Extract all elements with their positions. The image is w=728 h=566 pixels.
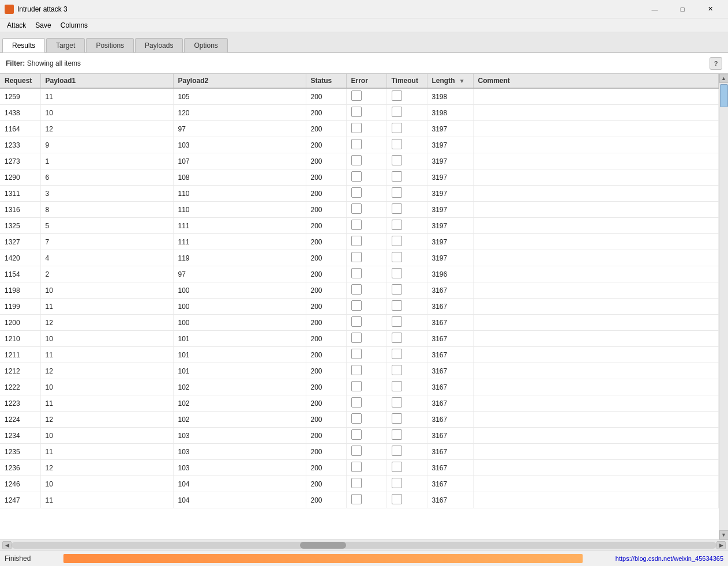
table-row[interactable]: 1224121022003167	[0, 412, 719, 428]
table-row[interactable]: 131681102003197	[0, 202, 719, 218]
checkbox-error[interactable]	[351, 284, 362, 295]
checkbox-timeout[interactable]	[392, 252, 402, 262]
checkbox-error[interactable]	[351, 333, 362, 343]
table-row[interactable]: 142041192003197	[0, 250, 719, 266]
menu-columns[interactable]: Columns	[56, 20, 92, 31]
table-row[interactable]: 1210101012003167	[0, 331, 719, 347]
checkbox-error[interactable]	[351, 494, 362, 504]
checkbox-error[interactable]	[351, 300, 362, 311]
table-row[interactable]: 1199111002003167	[0, 299, 719, 315]
checkbox-error[interactable]	[351, 187, 362, 198]
help-button[interactable]: ?	[710, 57, 722, 70]
checkbox-error[interactable]	[351, 429, 362, 440]
checkbox-timeout[interactable]	[392, 300, 402, 311]
checkbox-error[interactable]	[351, 155, 362, 165]
checkbox-timeout[interactable]	[392, 171, 402, 182]
table-row[interactable]: 1234101032003167	[0, 428, 719, 444]
tab-target[interactable]: Target	[46, 38, 85, 52]
checkbox-timeout[interactable]	[392, 478, 402, 488]
checkbox-error[interactable]	[351, 397, 362, 407]
checkbox-timeout[interactable]	[392, 203, 402, 214]
checkbox-error[interactable]	[351, 236, 362, 246]
checkbox-timeout[interactable]	[392, 397, 402, 407]
checkbox-error[interactable]	[351, 446, 362, 456]
scroll-up-button[interactable]: ▲	[719, 74, 729, 83]
checkbox-timeout[interactable]	[392, 139, 402, 149]
scroll-down-button[interactable]: ▼	[719, 530, 729, 539]
table-row[interactable]: 127311072003197	[0, 153, 719, 169]
table-row[interactable]: 1236121032003167	[0, 460, 719, 476]
table-row[interactable]: 132771112003197	[0, 234, 719, 250]
h-scroll-thumb[interactable]	[300, 542, 346, 549]
checkbox-timeout[interactable]	[392, 220, 402, 230]
checkbox-error[interactable]	[351, 349, 362, 359]
menu-attack[interactable]: Attack	[2, 20, 31, 31]
table-row[interactable]: 1200121002003167	[0, 315, 719, 331]
checkbox-error[interactable]	[351, 316, 362, 327]
scroll-thumb[interactable]	[720, 84, 728, 107]
checkbox-timeout[interactable]	[392, 462, 402, 472]
h-scroll-track[interactable]	[12, 542, 716, 549]
checkbox-timeout[interactable]	[392, 107, 402, 117]
checkbox-timeout[interactable]	[392, 123, 402, 133]
checkbox-error[interactable]	[351, 462, 362, 472]
tab-positions[interactable]: Positions	[86, 38, 134, 52]
checkbox-timeout[interactable]	[392, 349, 402, 359]
checkbox-timeout[interactable]	[392, 365, 402, 375]
maximize-button[interactable]: □	[669, 3, 696, 15]
tab-payloads[interactable]: Payloads	[135, 38, 183, 52]
table-row[interactable]: 1438101202003198	[0, 105, 719, 121]
menu-save[interactable]: Save	[31, 20, 55, 31]
table-row[interactable]: 1246101042003167	[0, 476, 719, 492]
table-row[interactable]: 123391032003197	[0, 137, 719, 153]
checkbox-error[interactable]	[351, 365, 362, 375]
table-row[interactable]: 116412972003197	[0, 121, 719, 137]
checkbox-timeout[interactable]	[392, 413, 402, 424]
checkbox-error[interactable]	[351, 90, 362, 101]
table-row[interactable]: 1259111052003198	[0, 88, 719, 105]
checkbox-timeout[interactable]	[392, 236, 402, 246]
checkbox-error[interactable]	[351, 203, 362, 214]
checkbox-timeout[interactable]	[392, 155, 402, 165]
checkbox-error[interactable]	[351, 381, 362, 391]
checkbox-timeout[interactable]	[392, 381, 402, 391]
minimize-button[interactable]: —	[641, 3, 668, 15]
tab-results[interactable]: Results	[2, 38, 45, 52]
checkbox-error[interactable]	[351, 171, 362, 182]
table-row[interactable]: 1212121012003167	[0, 363, 719, 379]
table-row[interactable]: 1211111012003167	[0, 347, 719, 363]
checkbox-error[interactable]	[351, 478, 362, 488]
table-scroll[interactable]: Request Payload1 Payload2 Status Error T…	[0, 74, 719, 539]
checkbox-timeout[interactable]	[392, 446, 402, 456]
checkbox-error[interactable]	[351, 413, 362, 424]
status-url[interactable]: https://blog.csdn.net/weixin_45634365	[616, 555, 723, 562]
col-header-length[interactable]: Length ▼	[427, 74, 473, 88]
checkbox-timeout[interactable]	[392, 284, 402, 295]
table-row[interactable]: 1223111022003167	[0, 395, 719, 412]
horizontal-scrollbar[interactable]: ◀ ▶	[0, 539, 728, 550]
checkbox-error[interactable]	[351, 123, 362, 133]
checkbox-timeout[interactable]	[392, 90, 402, 101]
scroll-track[interactable]	[720, 83, 728, 530]
checkbox-timeout[interactable]	[392, 333, 402, 343]
close-button[interactable]: ✕	[697, 3, 723, 15]
checkbox-timeout[interactable]	[392, 429, 402, 440]
tab-options[interactable]: Options	[184, 38, 227, 52]
table-row[interactable]: 131131102003197	[0, 186, 719, 202]
table-row[interactable]: 11542972003196	[0, 266, 719, 282]
checkbox-error[interactable]	[351, 220, 362, 230]
scroll-left-button[interactable]: ◀	[2, 541, 12, 549]
checkbox-timeout[interactable]	[392, 268, 402, 278]
checkbox-timeout[interactable]	[392, 316, 402, 327]
table-row[interactable]: 1198101002003167	[0, 282, 719, 299]
table-row[interactable]: 1235111032003167	[0, 444, 719, 460]
checkbox-error[interactable]	[351, 252, 362, 262]
checkbox-error[interactable]	[351, 139, 362, 149]
vertical-scrollbar[interactable]: ▲ ▼	[719, 74, 728, 539]
table-row[interactable]: 1222101022003167	[0, 379, 719, 395]
scroll-right-button[interactable]: ▶	[716, 541, 726, 549]
table-row[interactable]: 1247111042003167	[0, 492, 719, 508]
checkbox-error[interactable]	[351, 268, 362, 278]
table-row[interactable]: 129061082003197	[0, 169, 719, 186]
table-row[interactable]: 132551112003197	[0, 218, 719, 234]
